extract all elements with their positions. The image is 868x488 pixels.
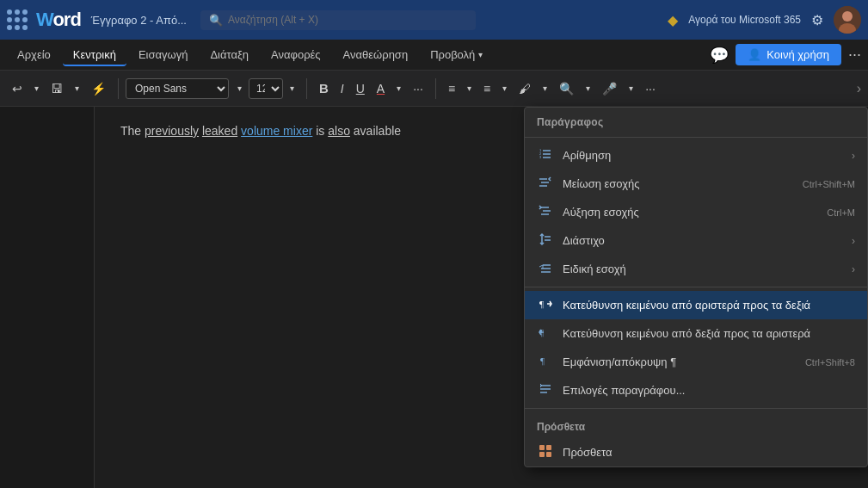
apps-icon[interactable] <box>7 9 28 30</box>
separator2 <box>306 78 307 99</box>
share-button[interactable]: 👤 Κοινή χρήση <box>736 44 841 65</box>
menu-item-anafores[interactable]: Αναφορές <box>261 43 331 66</box>
ctx-label-arithmisi: Αρίθμηση <box>563 149 840 162</box>
ms365-label[interactable]: Αγορά του Microsoft 365 <box>688 14 801 26</box>
font-dropdown-arrow[interactable]: ▾ <box>232 80 247 96</box>
ctx-shortcut-meiosi: Ctrl+Shift+M <box>803 179 855 189</box>
dictate-dropdown[interactable]: ▾ <box>624 80 638 96</box>
ctx-arrow-arithmisi: › <box>852 150 855 162</box>
underline-button[interactable]: U <box>351 78 370 99</box>
align-button[interactable]: ≡ <box>478 78 496 99</box>
search-replace-button[interactable]: 🔍 <box>554 78 579 99</box>
para-group: ≡ ▾ ≡ ▾ 🖌 ▾ 🔍 ▾ 🎤 ▾ ··· <box>443 78 661 99</box>
font-size-selector[interactable]: 12 <box>249 78 283 99</box>
ctx-item-afxisi[interactable]: Αύξηση εσοχής Ctrl+M <box>525 198 867 226</box>
undo-dropdown[interactable]: ▾ <box>29 80 44 96</box>
italic-button[interactable]: I <box>336 78 349 99</box>
dictate-button[interactable]: 🎤 <box>597 78 622 99</box>
arithmisi-icon: 123 <box>537 147 554 164</box>
ctx-item-meiosi[interactable]: Μείωση εσοχής Ctrl+Shift+M <box>525 170 867 198</box>
bullets-button[interactable]: ≡ <box>443 78 460 99</box>
toolbar-scroll-right[interactable]: › <box>857 81 861 96</box>
ctx-divider1 <box>525 137 867 138</box>
bullets-dropdown[interactable]: ▾ <box>462 80 477 96</box>
save-button[interactable]: 🖫 <box>46 78 68 99</box>
ctx-item-kateuthynsi-rtl[interactable]: ¶ Κατεύθυνση κειμένου από δεξιά προς τα … <box>525 319 867 348</box>
undo-button[interactable]: ↩ <box>7 78 28 99</box>
ctx-section-prostheta: Πρόσθετα <box>525 412 867 438</box>
gear-icon[interactable]: ⚙ <box>811 12 823 28</box>
menu-item-eisagogi[interactable]: Εισαγωγή <box>128 43 198 66</box>
title-right-area: ◆ Αγορά του Microsoft 365 ⚙ <box>668 6 861 34</box>
ctx-item-epiloges[interactable]: Επιλογές παραγράφου... <box>525 376 867 405</box>
afxisi-icon <box>537 204 554 220</box>
search-bar[interactable]: 🔍 <box>200 10 476 30</box>
svg-point-1 <box>842 11 853 22</box>
menu-item-provoli[interactable]: Προβολή ▾ <box>420 43 493 66</box>
ctx-label-epiloges: Επιλογές παραγράφου... <box>563 384 855 397</box>
ctx-item-kateuthynsi-ltr[interactable]: ¶ Κατεύθυνση κειμένου από αριστερά προς … <box>525 291 867 319</box>
more-options-button[interactable]: ··· <box>848 46 861 64</box>
search-dropdown[interactable]: ▾ <box>581 80 595 96</box>
quick-access-button[interactable]: ⚡ <box>86 78 111 99</box>
menu-item-diataksi[interactable]: Διάταξη <box>200 43 259 66</box>
ltr-icon: ¶ <box>537 297 554 313</box>
font-size-dropdown[interactable]: ▾ <box>285 80 299 96</box>
epiloges-icon <box>537 382 554 398</box>
ctx-label-afxisi: Αύξηση εσοχής <box>563 206 818 219</box>
svg-rect-32 <box>546 452 551 457</box>
format-group: B I U A ▾ ··· <box>314 77 428 99</box>
emfanisi-icon: ¶ <box>537 354 554 370</box>
more-format-button[interactable]: ··· <box>408 78 428 99</box>
font-color-dropdown[interactable]: ▾ <box>391 80 406 96</box>
word-is: is <box>316 124 324 138</box>
svg-rect-29 <box>539 445 545 450</box>
font-selector[interactable]: Open Sans <box>126 78 229 99</box>
menu-bar: Αρχείο Κεντρική Εισαγωγή Διάταξη Αναφορέ… <box>0 40 868 71</box>
more-tools-button[interactable]: ··· <box>640 78 661 99</box>
font-group: Open Sans ▾ 12 ▾ <box>126 78 299 99</box>
ctx-item-prostheta[interactable]: Πρόσθετα <box>525 438 867 466</box>
toolbar: ↩ ▾ 🖫 ▾ ⚡ Open Sans ▾ 12 ▾ B I U A ▾ ···… <box>0 71 868 107</box>
search-input[interactable] <box>228 14 467 26</box>
ctx-divider2 <box>525 287 867 287</box>
bold-button[interactable]: B <box>314 77 334 99</box>
ctx-section-paragraph: Παράγραφος <box>525 108 867 133</box>
ctx-label-eidiki: Ειδική εσοχή <box>563 263 840 275</box>
share-icon: 👤 <box>748 48 761 61</box>
word-volume-mixer: volume mixer <box>241 124 312 138</box>
highlight-dropdown[interactable]: ▾ <box>538 80 552 96</box>
align-dropdown[interactable]: ▾ <box>497 80 512 96</box>
ctx-item-diasticho[interactable]: Διάστιχο › <box>525 226 867 255</box>
diamond-icon: ◆ <box>668 12 678 28</box>
svg-rect-31 <box>539 452 545 457</box>
separator3 <box>435 78 436 99</box>
font-color-button[interactable]: A <box>372 78 390 99</box>
share-label: Κοινή χρήση <box>766 48 829 61</box>
diasticho-icon <box>537 232 554 249</box>
ctx-label-emfanisi: Εμφάνιση/απόκρυψη ¶ <box>563 355 797 368</box>
menu-item-anatheorisi[interactable]: Αναθεώρηση <box>333 43 419 66</box>
ctx-item-arithmisi[interactable]: 123 Αρίθμηση › <box>525 141 867 170</box>
highlight-button[interactable]: 🖌 <box>514 78 536 99</box>
svg-text:¶: ¶ <box>540 355 545 366</box>
ctx-arrow-diasticho: › <box>852 235 855 247</box>
ctx-shortcut-afxisi: Ctrl+M <box>827 207 855 218</box>
svg-rect-30 <box>546 445 551 450</box>
avatar[interactable] <box>834 6 861 34</box>
ctx-label-rtl: Κατεύθυνση κειμένου από δεξιά προς τα αρ… <box>563 327 855 340</box>
ctx-item-emfanisi[interactable]: ¶ Εμφάνιση/απόκρυψη ¶ Ctrl+Shift+8 <box>525 348 867 376</box>
word-logo: Word <box>36 9 81 31</box>
doc-left-panel <box>0 107 95 488</box>
ctx-label-diasticho: Διάστιχο <box>563 234 840 247</box>
menu-item-archelo[interactable]: Αρχείο <box>7 43 61 66</box>
svg-text:3: 3 <box>539 155 542 159</box>
comment-icon[interactable]: 💬 <box>710 46 729 65</box>
menu-item-kentriki[interactable]: Κεντρική <box>63 43 126 66</box>
ctx-label-meiosi: Μείωση εσοχής <box>563 177 794 190</box>
save-dropdown[interactable]: ▾ <box>70 80 84 96</box>
ctx-item-eidiki[interactable]: Ειδική εσοχή › <box>525 255 867 283</box>
rtl-icon: ¶ <box>537 325 554 342</box>
ctx-arrow-eidiki: › <box>852 263 855 275</box>
ctx-shortcut-emfanisi: Ctrl+Shift+8 <box>805 357 855 368</box>
